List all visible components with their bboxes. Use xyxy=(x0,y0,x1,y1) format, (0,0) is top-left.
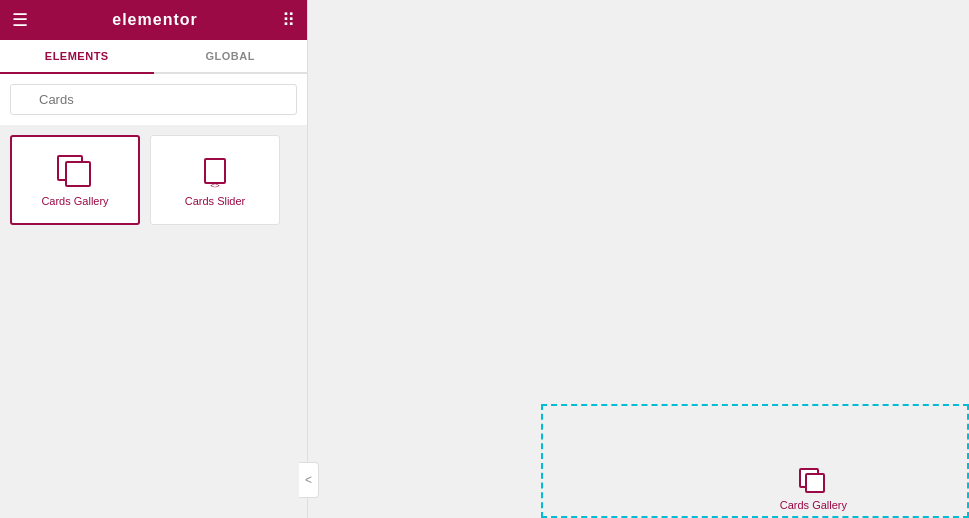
grid-icon[interactable]: ⠿ xyxy=(282,9,295,31)
widget-cards-slider[interactable]: <> Cards Slider xyxy=(150,135,280,225)
cards-gallery-icon xyxy=(57,153,93,189)
collapse-icon: < xyxy=(305,473,312,487)
tabs: ELEMENTS GLOBAL xyxy=(0,40,307,74)
widget-cards-gallery[interactable]: Cards Gallery xyxy=(10,135,140,225)
header: ☰ elementor ⠿ xyxy=(0,0,307,40)
widgets-grid: Cards Gallery <> Cards Slider xyxy=(0,125,307,518)
collapse-sidebar-button[interactable]: < xyxy=(299,462,319,498)
card-front xyxy=(65,161,91,187)
main-canvas: Cards Gallery xyxy=(308,0,969,518)
card-main: <> xyxy=(204,158,226,184)
search-wrapper: 🔍 xyxy=(10,84,297,115)
cards-slider-label: Cards Slider xyxy=(185,195,246,207)
app-title: elementor xyxy=(112,11,197,29)
cards-gallery-label: Cards Gallery xyxy=(41,195,108,207)
canvas-dragged-widget: Cards Gallery xyxy=(780,467,847,511)
menu-icon[interactable]: ☰ xyxy=(12,9,28,31)
code-symbol: <> xyxy=(210,181,219,190)
canvas-cards-gallery-icon xyxy=(799,467,827,495)
cards-slider-icon: <> xyxy=(197,153,233,189)
canvas-card-front xyxy=(805,473,825,493)
sidebar: ☰ elementor ⠿ ELEMENTS GLOBAL 🔍 Cards Ga… xyxy=(0,0,308,518)
tab-global[interactable]: GLOBAL xyxy=(154,40,308,74)
drop-zone: Cards Gallery xyxy=(541,404,969,518)
search-container: 🔍 xyxy=(0,74,307,125)
tab-elements[interactable]: ELEMENTS xyxy=(0,40,154,74)
canvas-widget-label: Cards Gallery xyxy=(780,499,847,511)
search-input[interactable] xyxy=(10,84,297,115)
